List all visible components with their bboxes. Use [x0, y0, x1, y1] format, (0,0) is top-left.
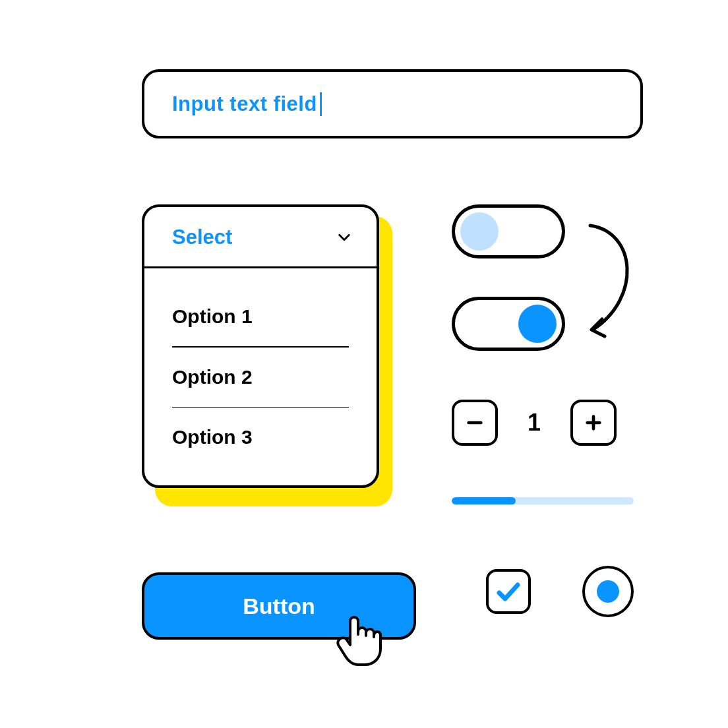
quantity-stepper: 1 [452, 400, 617, 446]
decrement-button[interactable] [452, 400, 498, 446]
toggle-off[interactable] [452, 204, 565, 258]
slider-fill [452, 497, 516, 504]
dropdown-option-1[interactable]: Option 1 [172, 287, 349, 346]
radio-button[interactable] [582, 566, 634, 617]
text-input[interactable]: Input text field [142, 69, 643, 138]
dropdown-header[interactable]: Select [144, 207, 377, 268]
toggle-knob-on [518, 305, 557, 343]
toggle-knob-off [460, 212, 499, 251]
button-label: Button [243, 593, 315, 619]
text-cursor [320, 92, 322, 116]
radio-dot [597, 580, 619, 603]
minus-icon [466, 413, 484, 432]
dropdown-option-3[interactable]: Option 3 [172, 408, 349, 467]
dropdown-option-2[interactable]: Option 2 [172, 348, 349, 407]
arrow-icon [584, 219, 643, 339]
text-input-placeholder: Input text field [172, 92, 317, 116]
checkbox[interactable] [486, 569, 531, 614]
check-icon [495, 578, 522, 605]
dropdown-label: Select [172, 226, 232, 249]
stepper-value: 1 [524, 409, 544, 437]
progress-slider[interactable] [452, 497, 634, 504]
hand-pointer-icon [336, 615, 382, 667]
toggle-on[interactable] [452, 297, 565, 351]
plus-icon [584, 413, 603, 432]
primary-button[interactable]: Button [142, 572, 416, 640]
select-dropdown[interactable]: Select Option 1 Option 2 Option 3 [142, 204, 379, 488]
chevron-down-icon [337, 230, 351, 245]
increment-button[interactable] [570, 400, 617, 446]
